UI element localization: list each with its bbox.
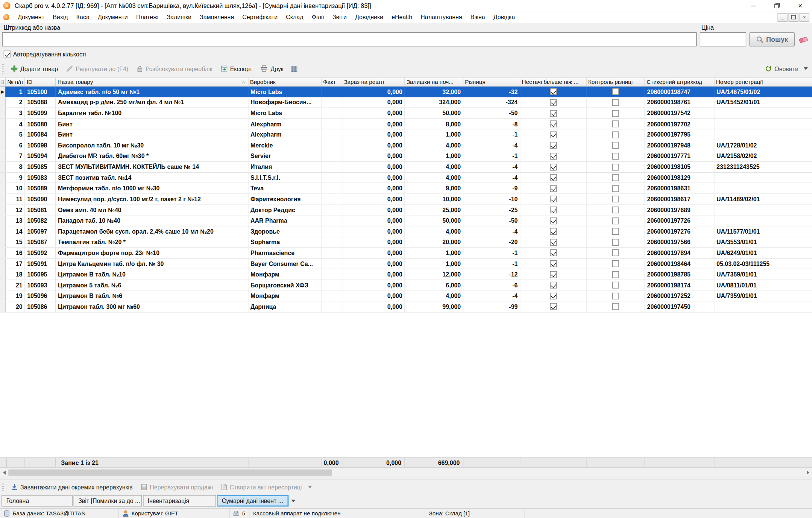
shortage-checkbox[interactable]	[550, 121, 557, 128]
table-row[interactable]: 14 105097 Парацетамол беби сусп. орал. 2…	[0, 226, 812, 237]
menu-item-10[interactable]: Філії	[308, 12, 328, 23]
tab-overflow-icon[interactable]	[291, 500, 295, 502]
control-checkbox[interactable]	[612, 293, 619, 299]
cell-shortage-checkbox[interactable]	[520, 173, 586, 183]
export-button[interactable]: Експорт	[217, 62, 256, 75]
cell-control-checkbox[interactable]	[587, 140, 645, 150]
control-checkbox[interactable]	[612, 174, 619, 181]
tab-3[interactable]: Інвентаризація	[143, 495, 216, 507]
menu-item-6[interactable]: Залишки	[162, 12, 196, 23]
shortage-checkbox[interactable]	[550, 207, 557, 213]
table-row[interactable]: 12 105081 Омез амп. 40 мл №40 Доктор Ред…	[0, 205, 812, 216]
cell-control-checkbox[interactable]	[587, 302, 645, 312]
shortage-checkbox[interactable]	[550, 110, 557, 117]
col-header-shortage[interactable]: Нестачі більше ніж ...	[520, 78, 586, 86]
shortage-checkbox[interactable]	[550, 293, 557, 299]
shortage-checkbox[interactable]	[550, 282, 557, 289]
tab-1[interactable]: Головна	[2, 495, 73, 507]
menu-item-1[interactable]: Документ	[14, 12, 49, 23]
menu-item-4[interactable]: Документи	[94, 12, 132, 23]
control-checkbox[interactable]	[612, 88, 619, 95]
cell-shortage-checkbox[interactable]	[520, 87, 586, 97]
table-row[interactable]: 13 105082 Панадол таб. 10 №40 AAR Pharma…	[0, 216, 812, 226]
shortage-checkbox[interactable]	[550, 260, 557, 267]
cell-shortage-checkbox[interactable]	[520, 108, 586, 118]
edit-item-button[interactable]: Редагувати до (F4)	[63, 62, 132, 75]
horizontal-scrollbar[interactable]	[0, 468, 812, 477]
scroll-left-arrow[interactable]	[0, 468, 8, 477]
shortage-checkbox[interactable]	[550, 185, 557, 192]
cell-control-checkbox[interactable]	[587, 258, 645, 269]
col-header-control[interactable]: Контроль різниці	[587, 78, 645, 86]
cell-shortage-checkbox[interactable]	[520, 280, 586, 290]
refresh-button[interactable]: Оновити	[762, 62, 802, 75]
table-row[interactable]: 10 105089 Метформин табл. п/о 1000 мг №3…	[0, 183, 812, 194]
auto-edit-checkbox[interactable]	[4, 51, 11, 58]
cell-control-checkbox[interactable]	[587, 151, 645, 161]
cell-control-checkbox[interactable]	[587, 173, 645, 183]
refresh-dropdown-icon[interactable]	[804, 67, 808, 70]
col-header-start[interactable]: Залишки на поч...	[405, 78, 463, 86]
search-button[interactable]: Пошук	[749, 32, 795, 46]
cell-shortage-checkbox[interactable]	[520, 237, 586, 247]
cell-control-checkbox[interactable]	[587, 97, 645, 108]
table-row[interactable]: 5 105084 Бинт Alexpharm 0,000 1,000 -1 2…	[0, 130, 812, 141]
table-row[interactable]: 4 105080 Бинт Alexpharm 0,000 8,000 -8 2…	[0, 119, 812, 130]
menu-item-16[interactable]: Довідка	[489, 12, 519, 23]
auto-edit-checkbox-row[interactable]: Авторедагування кількості	[4, 51, 87, 58]
table-row[interactable]: 8 105085 ЗЕСТ МУЛЬТИВИТАМИН. КОКТЕЙЛЬ са…	[0, 162, 812, 173]
table-row[interactable]: 15 105087 Темпалгин табл. №20 * Sopharma…	[0, 237, 812, 248]
cell-control-checkbox[interactable]	[587, 130, 645, 140]
cell-control-checkbox[interactable]	[587, 205, 645, 215]
cell-control-checkbox[interactable]	[587, 248, 645, 258]
cell-shortage-checkbox[interactable]	[520, 291, 586, 301]
cell-shortage-checkbox[interactable]	[520, 151, 586, 161]
create-act-button[interactable]: Створити акт пересортиці	[218, 481, 306, 493]
control-checkbox[interactable]	[612, 271, 619, 278]
menu-item-15[interactable]: Вікна	[466, 12, 489, 23]
control-checkbox[interactable]	[612, 303, 619, 310]
control-checkbox[interactable]	[612, 153, 619, 160]
table-row[interactable]: 18 105095 Цитрамон В табл. №10 Монфарм 0…	[0, 269, 812, 280]
control-checkbox[interactable]	[612, 196, 619, 203]
menu-item-2[interactable]: Вихід	[49, 12, 72, 23]
columns-button[interactable]	[288, 65, 300, 72]
cell-shortage-checkbox[interactable]	[520, 183, 586, 193]
cell-shortage-checkbox[interactable]	[520, 248, 586, 258]
create-act-dropdown-icon[interactable]	[308, 486, 312, 488]
table-row[interactable]: 16 105092 Фармацитрон форте пор. 23г №10…	[0, 248, 812, 259]
shortage-checkbox[interactable]	[550, 142, 557, 149]
scroll-right-arrow[interactable]	[804, 468, 812, 477]
cell-control-checkbox[interactable]	[587, 108, 645, 118]
shortage-checkbox[interactable]	[550, 249, 557, 256]
cell-control-checkbox[interactable]	[587, 183, 645, 193]
cell-control-checkbox[interactable]	[587, 194, 645, 204]
restore-button[interactable]	[765, 0, 788, 12]
table-row[interactable]: 11 105090 Нимесулид пор. д/сусп. 100 мг/…	[0, 194, 812, 205]
col-header-name[interactable]: Назва товару△	[56, 78, 248, 86]
col-header-registration[interactable]: Номер регістрації	[715, 78, 812, 86]
control-checkbox[interactable]	[612, 110, 619, 117]
shortage-checkbox[interactable]	[550, 217, 557, 224]
control-checkbox[interactable]	[612, 207, 619, 213]
shortage-checkbox[interactable]	[550, 239, 557, 246]
add-item-button[interactable]: Додати товар	[7, 62, 61, 75]
cell-shortage-checkbox[interactable]	[520, 130, 586, 140]
cell-control-checkbox[interactable]	[587, 280, 645, 290]
shortage-checkbox[interactable]	[550, 131, 557, 138]
table-row[interactable]: 9 105083 ЗЕСТ позитив табл. №14 S.I.I.T.…	[0, 173, 812, 184]
table-row[interactable]: 3 105099 Баралгин табл. №100 Micro Labs …	[0, 108, 812, 119]
control-checkbox[interactable]	[612, 282, 619, 289]
menu-item-11[interactable]: Звіти	[328, 12, 351, 23]
cell-shortage-checkbox[interactable]	[520, 226, 586, 237]
cell-shortage-checkbox[interactable]	[520, 140, 586, 150]
menu-item-7[interactable]: Замовлення	[196, 12, 238, 23]
menu-item-13[interactable]: eHealth	[387, 12, 416, 23]
minimize-button[interactable]	[742, 0, 765, 12]
control-checkbox[interactable]	[612, 131, 619, 138]
control-checkbox[interactable]	[612, 142, 619, 149]
scroll-thumb[interactable]	[8, 469, 332, 476]
control-checkbox[interactable]	[612, 185, 619, 192]
toolbar-grip[interactable]	[2, 64, 4, 73]
table-row[interactable]: 20 105086 Цитрамон табл. 300 мг №60 Дарн…	[0, 302, 812, 313]
